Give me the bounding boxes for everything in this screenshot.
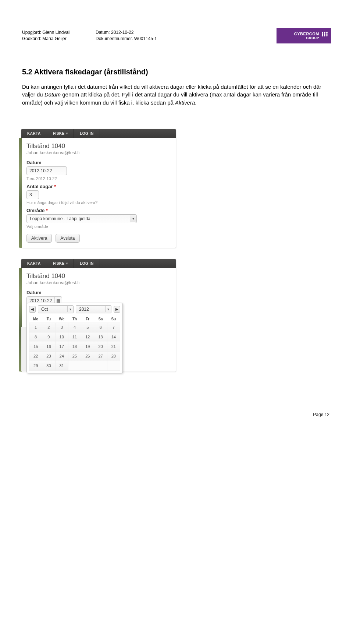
section-body: Du kan antingen fylla i det datumet från… [22, 83, 331, 107]
calendar-year-select[interactable]: 2012 ▾ [76, 305, 111, 313]
calendar-day-blank [68, 361, 81, 370]
label-datum: Datum [26, 290, 171, 295]
calendar-day[interactable]: 9 [42, 332, 55, 342]
aktivera-button[interactable]: Aktivera [26, 234, 52, 243]
calendar-weekday: Su [107, 316, 120, 323]
calendar-weekday: Tu [42, 316, 55, 323]
screenshot-permit-form: KARTA FISKE▾ LOG IN Tillstånd 1040 Johan… [21, 129, 176, 248]
calendar-grid: MoTuWeThFrSaSu 1234567891011121314151617… [29, 316, 120, 371]
calendar-day[interactable]: 31 [55, 361, 68, 370]
people-icon [321, 31, 329, 41]
screenshot-permit-calendar: KARTA FISKE▾ LOG IN Tillstånd 1040 Johan… [21, 259, 176, 372]
calendar-day[interactable]: 4 [68, 323, 81, 332]
hint-antal: Hur många dagar i följd vill du aktivera… [26, 200, 171, 205]
calendar-day[interactable]: 5 [81, 323, 94, 332]
nav-karta[interactable]: KARTA [21, 259, 47, 268]
calendar-day[interactable]: 21 [107, 342, 120, 351]
omrade-selected: Loppa kommune - Láhpi gielda [27, 215, 130, 223]
calendar-day[interactable]: 6 [94, 323, 107, 332]
calendar-day-blank [107, 361, 120, 370]
calendar-day[interactable]: 14 [107, 332, 120, 342]
calendar-day[interactable]: 28 [107, 351, 120, 361]
meta-author: Uppgjord: Glenn Lindvall Godkänd: Maria … [22, 29, 96, 42]
calendar-day-blank [81, 361, 94, 370]
calendar-weekday: Th [68, 316, 81, 323]
calendar-day[interactable]: 24 [55, 351, 68, 361]
svg-rect-3 [324, 33, 325, 36]
nature-accent [19, 138, 22, 248]
permit-title: Tillstånd 1040 [26, 272, 171, 280]
datum-input[interactable] [26, 166, 67, 175]
nav-login[interactable]: LOG IN [74, 259, 100, 268]
nav-login[interactable]: LOG IN [74, 129, 100, 138]
calendar-day[interactable]: 27 [94, 351, 107, 361]
omrade-select[interactable]: Loppa kommune - Láhpi gielda ▾ [26, 214, 137, 223]
logo-text-sub: GROUP [294, 36, 319, 40]
calendar-day[interactable]: 16 [42, 342, 55, 351]
calendar-day[interactable]: 3 [55, 323, 68, 332]
calendar-day[interactable]: 23 [42, 351, 55, 361]
antal-input[interactable] [26, 190, 39, 199]
chevron-down-icon: ▾ [66, 262, 68, 265]
section-heading: 5.2 Aktivera fiskedagar (årstillstånd) [22, 68, 331, 76]
app-nav: KARTA FISKE▾ LOG IN [21, 259, 176, 268]
chevron-down-icon: ▾ [66, 132, 68, 135]
calendar-weekday: Sa [94, 316, 107, 323]
svg-rect-5 [327, 33, 328, 36]
svg-point-0 [322, 32, 323, 33]
svg-point-4 [326, 32, 328, 33]
hint-omrade: Välj område [26, 224, 171, 229]
permit-email: Johan.koskenkorva@test.fi [26, 150, 171, 155]
calendar-day[interactable]: 26 [81, 351, 94, 361]
calendar-day[interactable]: 10 [55, 332, 68, 342]
calendar-day[interactable]: 8 [29, 332, 42, 342]
calendar-day[interactable]: 12 [81, 332, 94, 342]
logo-text-main: CYBERCOM [294, 32, 319, 36]
calendar-day[interactable]: 19 [81, 342, 94, 351]
meta-date: Datum: 2012-10-22 Dokumentnummer. W00114… [96, 29, 169, 42]
nav-karta[interactable]: KARTA [21, 129, 47, 138]
calendar-weekday: Fr [81, 316, 94, 323]
calendar-day-blank [94, 361, 107, 370]
calendar-day[interactable]: 22 [29, 351, 42, 361]
calendar-day[interactable]: 1 [29, 323, 42, 332]
calendar-day[interactable]: 29 [29, 361, 42, 370]
calendar-day[interactable]: 17 [55, 342, 68, 351]
calendar-prev-button[interactable]: ◀ [29, 306, 36, 313]
calendar-weekday: We [55, 316, 68, 323]
calendar-day[interactable]: 13 [94, 332, 107, 342]
chevron-down-icon: ▾ [67, 306, 73, 312]
calendar-day[interactable]: 25 [68, 351, 81, 361]
calendar-weekday: Mo [29, 316, 42, 323]
chevron-down-icon: ▾ [105, 306, 111, 312]
avsluta-button[interactable]: Avsluta [56, 234, 79, 243]
calendar-next-button[interactable]: ▶ [114, 306, 120, 313]
chevron-down-icon: ▾ [130, 215, 136, 222]
calendar-day[interactable]: 30 [42, 361, 55, 370]
document-header: CYBERCOM GROUP Uppgjord: Glenn Lindvall … [22, 29, 331, 42]
page-footer: Page 12 [22, 412, 331, 417]
permit-email: Johan.koskenkorva@test.fi [26, 280, 171, 285]
label-omrade: Område * [26, 208, 171, 213]
svg-rect-1 [322, 33, 323, 36]
label-antal: Antal dagar * [26, 184, 171, 189]
hint-datum: T.ex. 2012-10-22 [26, 176, 171, 181]
calendar-day[interactable]: 2 [42, 323, 55, 332]
calendar-day[interactable]: 7 [107, 323, 120, 332]
calendar-day[interactable]: 15 [29, 342, 42, 351]
calendar-month-select[interactable]: Oct ▾ [38, 305, 74, 313]
svg-point-2 [324, 32, 325, 33]
label-datum: Datum [26, 160, 171, 165]
calendar-popup: ◀ Oct ▾ 2012 ▾ ▶ MoTuWeThFrSaSu 12345678… [26, 303, 123, 373]
permit-title: Tillstånd 1040 [26, 142, 171, 150]
calendar-day[interactable]: 11 [68, 332, 81, 342]
nav-fiske[interactable]: FISKE▾ [47, 259, 74, 268]
calendar-day[interactable]: 20 [94, 342, 107, 351]
cybercom-logo: CYBERCOM GROUP [277, 28, 331, 43]
nav-fiske[interactable]: FISKE▾ [47, 129, 74, 138]
calendar-day[interactable]: 18 [68, 342, 81, 351]
app-nav: KARTA FISKE▾ LOG IN [21, 129, 176, 138]
